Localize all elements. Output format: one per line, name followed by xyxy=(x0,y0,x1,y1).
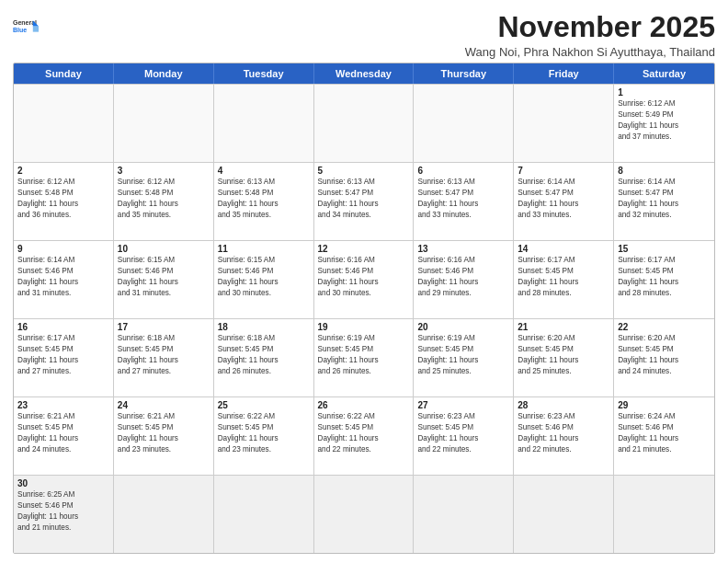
cell-info: Sunrise: 6:12 AM Sunset: 5:48 PM Dayligh… xyxy=(118,177,210,221)
cell-day-number: 26 xyxy=(318,400,410,410)
calendar-cell-13: 13Sunrise: 6:16 AM Sunset: 5:46 PM Dayli… xyxy=(414,241,514,318)
cell-info: Sunrise: 6:24 AM Sunset: 5:46 PM Dayligh… xyxy=(618,411,711,455)
cell-day-number: 28 xyxy=(518,400,609,410)
calendar-cell-9: 9Sunrise: 6:14 AM Sunset: 5:46 PM Daylig… xyxy=(14,241,114,318)
cell-day-number: 4 xyxy=(218,166,310,176)
cell-info: Sunrise: 6:17 AM Sunset: 5:45 PM Dayligh… xyxy=(618,255,711,299)
calendar-row: 30Sunrise: 6:25 AM Sunset: 5:46 PM Dayli… xyxy=(14,475,714,553)
cell-info: Sunrise: 6:20 AM Sunset: 5:45 PM Dayligh… xyxy=(618,333,711,377)
calendar-cell-8: 8Sunrise: 6:14 AM Sunset: 5:47 PM Daylig… xyxy=(614,163,714,240)
calendar-cell-10: 10Sunrise: 6:15 AM Sunset: 5:46 PM Dayli… xyxy=(114,241,214,318)
cell-info: Sunrise: 6:23 AM Sunset: 5:45 PM Dayligh… xyxy=(417,411,509,455)
calendar-cell-29: 29Sunrise: 6:24 AM Sunset: 5:46 PM Dayli… xyxy=(614,397,714,475)
day-headers: SundayMondayTuesdayWednesdayThursdayFrid… xyxy=(14,63,714,84)
month-title: November 2025 xyxy=(105,11,715,43)
cell-day-number: 20 xyxy=(417,322,509,332)
cell-day-number: 13 xyxy=(417,244,509,254)
calendar-cell-empty xyxy=(414,85,514,162)
calendar-cell-22: 22Sunrise: 6:20 AM Sunset: 5:45 PM Dayli… xyxy=(614,319,714,396)
cell-day-number: 5 xyxy=(318,166,410,176)
calendar-cell-25: 25Sunrise: 6:22 AM Sunset: 5:45 PM Dayli… xyxy=(214,397,314,475)
cell-day-number: 30 xyxy=(17,478,109,488)
calendar-cell-20: 20Sunrise: 6:19 AM Sunset: 5:45 PM Dayli… xyxy=(414,319,514,396)
calendar-cell-empty xyxy=(514,476,614,553)
calendar-cell-14: 14Sunrise: 6:17 AM Sunset: 5:45 PM Dayli… xyxy=(514,241,614,318)
calendar-cell-empty xyxy=(514,85,614,162)
cell-info: Sunrise: 6:21 AM Sunset: 5:45 PM Dayligh… xyxy=(17,411,109,455)
cell-day-number: 18 xyxy=(218,322,310,332)
cell-day-number: 19 xyxy=(318,322,410,332)
cell-info: Sunrise: 6:18 AM Sunset: 5:45 PM Dayligh… xyxy=(218,333,310,377)
cell-info: Sunrise: 6:13 AM Sunset: 5:48 PM Dayligh… xyxy=(218,177,310,221)
cell-info: Sunrise: 6:14 AM Sunset: 5:47 PM Dayligh… xyxy=(618,177,711,221)
calendar-grid: 1Sunrise: 6:12 AM Sunset: 5:49 PM Daylig… xyxy=(14,84,714,553)
cell-day-number: 9 xyxy=(17,244,109,254)
calendar-cell-27: 27Sunrise: 6:23 AM Sunset: 5:45 PM Dayli… xyxy=(414,397,514,475)
day-header: Friday xyxy=(514,63,614,84)
cell-info: Sunrise: 6:16 AM Sunset: 5:46 PM Dayligh… xyxy=(318,255,410,299)
page: General Blue November 2025 Wang Noi, Phr… xyxy=(0,0,728,563)
calendar-cell-23: 23Sunrise: 6:21 AM Sunset: 5:45 PM Dayli… xyxy=(14,397,114,475)
cell-day-number: 29 xyxy=(618,400,711,410)
cell-day-number: 8 xyxy=(618,166,711,176)
logo-area: General Blue xyxy=(13,15,105,40)
calendar-row: 9Sunrise: 6:14 AM Sunset: 5:46 PM Daylig… xyxy=(14,240,714,318)
cell-info: Sunrise: 6:15 AM Sunset: 5:46 PM Dayligh… xyxy=(218,255,310,299)
calendar-cell-5: 5Sunrise: 6:13 AM Sunset: 5:47 PM Daylig… xyxy=(314,163,415,240)
cell-info: Sunrise: 6:15 AM Sunset: 5:46 PM Dayligh… xyxy=(118,255,210,299)
cell-day-number: 12 xyxy=(318,244,410,254)
cell-info: Sunrise: 6:17 AM Sunset: 5:45 PM Dayligh… xyxy=(17,333,109,377)
cell-info: Sunrise: 6:13 AM Sunset: 5:47 PM Dayligh… xyxy=(318,177,410,221)
calendar-cell-12: 12Sunrise: 6:16 AM Sunset: 5:46 PM Dayli… xyxy=(314,241,415,318)
cell-info: Sunrise: 6:12 AM Sunset: 5:49 PM Dayligh… xyxy=(618,98,711,143)
cell-day-number: 16 xyxy=(17,322,109,332)
calendar-cell-empty xyxy=(14,85,114,162)
calendar-cell-empty xyxy=(614,476,714,553)
calendar-cell-30: 30Sunrise: 6:25 AM Sunset: 5:46 PM Dayli… xyxy=(14,476,114,553)
day-header: Thursday xyxy=(414,63,514,84)
cell-info: Sunrise: 6:14 AM Sunset: 5:46 PM Dayligh… xyxy=(17,255,109,299)
calendar: SundayMondayTuesdayWednesdayThursdayFrid… xyxy=(13,63,715,554)
cell-day-number: 11 xyxy=(218,244,310,254)
cell-info: Sunrise: 6:18 AM Sunset: 5:45 PM Dayligh… xyxy=(118,333,210,377)
calendar-cell-empty xyxy=(114,476,214,553)
calendar-cell-3: 3Sunrise: 6:12 AM Sunset: 5:48 PM Daylig… xyxy=(114,163,214,240)
day-header: Wednesday xyxy=(314,63,415,84)
cell-day-number: 17 xyxy=(118,322,210,332)
calendar-cell-empty xyxy=(214,476,314,553)
cell-day-number: 14 xyxy=(518,244,609,254)
calendar-cell-28: 28Sunrise: 6:23 AM Sunset: 5:46 PM Dayli… xyxy=(514,397,614,475)
cell-day-number: 25 xyxy=(218,400,310,410)
calendar-cell-26: 26Sunrise: 6:22 AM Sunset: 5:45 PM Dayli… xyxy=(314,397,415,475)
calendar-row: 23Sunrise: 6:21 AM Sunset: 5:45 PM Dayli… xyxy=(14,396,714,475)
cell-day-number: 27 xyxy=(417,400,509,410)
cell-day-number: 6 xyxy=(417,166,509,176)
cell-day-number: 23 xyxy=(17,400,109,410)
calendar-cell-empty xyxy=(214,85,314,162)
cell-info: Sunrise: 6:21 AM Sunset: 5:45 PM Dayligh… xyxy=(118,411,210,455)
calendar-cell-15: 15Sunrise: 6:17 AM Sunset: 5:45 PM Dayli… xyxy=(614,241,714,318)
calendar-cell-19: 19Sunrise: 6:19 AM Sunset: 5:45 PM Dayli… xyxy=(314,319,415,396)
calendar-cell-4: 4Sunrise: 6:13 AM Sunset: 5:48 PM Daylig… xyxy=(214,163,314,240)
cell-day-number: 22 xyxy=(618,322,711,332)
day-header: Sunday xyxy=(14,63,114,84)
cell-day-number: 10 xyxy=(118,244,210,254)
cell-info: Sunrise: 6:22 AM Sunset: 5:45 PM Dayligh… xyxy=(218,411,310,455)
cell-day-number: 2 xyxy=(17,166,109,176)
cell-info: Sunrise: 6:25 AM Sunset: 5:46 PM Dayligh… xyxy=(17,489,109,534)
header: General Blue November 2025 Wang Noi, Phr… xyxy=(13,11,715,59)
svg-marker-3 xyxy=(33,26,39,31)
cell-info: Sunrise: 6:13 AM Sunset: 5:47 PM Dayligh… xyxy=(417,177,509,221)
calendar-row: 1Sunrise: 6:12 AM Sunset: 5:49 PM Daylig… xyxy=(14,84,714,162)
calendar-cell-16: 16Sunrise: 6:17 AM Sunset: 5:45 PM Dayli… xyxy=(14,319,114,396)
location-title: Wang Noi, Phra Nakhon Si Ayutthaya, Thai… xyxy=(105,45,715,59)
calendar-cell-6: 6Sunrise: 6:13 AM Sunset: 5:47 PM Daylig… xyxy=(414,163,514,240)
calendar-cell-empty xyxy=(314,476,415,553)
calendar-cell-7: 7Sunrise: 6:14 AM Sunset: 5:47 PM Daylig… xyxy=(514,163,614,240)
title-area: November 2025 Wang Noi, Phra Nakhon Si A… xyxy=(105,11,715,59)
calendar-row: 16Sunrise: 6:17 AM Sunset: 5:45 PM Dayli… xyxy=(14,318,714,396)
cell-info: Sunrise: 6:22 AM Sunset: 5:45 PM Dayligh… xyxy=(318,411,410,455)
calendar-cell-18: 18Sunrise: 6:18 AM Sunset: 5:45 PM Dayli… xyxy=(214,319,314,396)
cell-info: Sunrise: 6:19 AM Sunset: 5:45 PM Dayligh… xyxy=(417,333,509,377)
calendar-cell-empty xyxy=(114,85,214,162)
